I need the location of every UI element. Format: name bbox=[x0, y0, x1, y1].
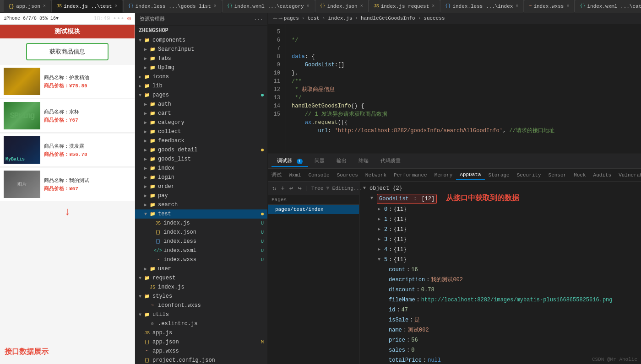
more-icon[interactable]: ••• bbox=[113, 15, 124, 22]
sidebar-item-indexless[interactable]: {} index.less U bbox=[135, 237, 267, 246]
tab-index-js-test[interactable]: JS index.js ..\test × bbox=[52, 0, 123, 13]
inner-tab-appdata[interactable]: AppData bbox=[456, 170, 484, 180]
sidebar-item-cart[interactable]: ▶ 📁 cart bbox=[135, 109, 267, 118]
inner-tab-vulnerability[interactable]: Vulnerability bbox=[615, 171, 641, 180]
inner-tab-network[interactable]: Network bbox=[362, 171, 390, 180]
tab-close-icon[interactable]: × bbox=[43, 4, 46, 9]
forward-icon[interactable]: → bbox=[278, 15, 282, 22]
inner-tab-memory[interactable]: Memory bbox=[431, 171, 456, 180]
folder-icon: 📁 bbox=[149, 46, 156, 53]
tab-output[interactable]: 输出 bbox=[331, 155, 352, 167]
expand-icon[interactable]: ▶ bbox=[378, 215, 384, 224]
expand-arrow: ▼ bbox=[137, 93, 143, 98]
sim-header: iPhone 6/7/8 85% 16▼ 18:49 ••• ⊙ bbox=[0, 13, 135, 25]
sidebar-item-user[interactable]: ▶ 📁 user bbox=[135, 264, 267, 273]
tab-index-wxml-category[interactable]: {} index.wxml ...\category × bbox=[223, 0, 315, 13]
inner-tab-storage[interactable]: Storage bbox=[485, 171, 513, 180]
sidebar-item-pay[interactable]: ▶ 📁 pay bbox=[135, 191, 267, 200]
sidebar-item-request-indexjs[interactable]: JS index.js bbox=[135, 283, 267, 292]
sidebar-item-appjson[interactable]: {} app.json M bbox=[135, 337, 267, 347]
tree-toggle[interactable]: Tree bbox=[311, 186, 323, 191]
sidebar-item-goods-detail[interactable]: ▶ 📁 goods_detail bbox=[135, 145, 267, 155]
tab-index-less-index[interactable]: {} index.less ...\index × bbox=[440, 0, 523, 13]
expand-icon[interactable]: ▶ bbox=[378, 235, 384, 244]
inner-tab-sensor[interactable]: Sensor bbox=[545, 171, 570, 180]
tab-close-icon[interactable]: × bbox=[360, 4, 363, 9]
tab-close-icon[interactable]: × bbox=[115, 4, 118, 9]
js-file-icon2: JS bbox=[374, 4, 379, 9]
refresh-btn[interactable]: ↻ bbox=[272, 183, 277, 193]
get-goods-btn[interactable]: 获取商品信息 bbox=[26, 43, 109, 60]
expand-icon[interactable]: ▼ bbox=[370, 194, 377, 203]
tab-code-quality[interactable]: 代码质量 bbox=[375, 155, 406, 167]
inner-tab-mock[interactable]: Mock bbox=[570, 171, 589, 180]
tab-close-icon[interactable]: × bbox=[516, 4, 518, 9]
undo-btn[interactable]: ↩ bbox=[288, 183, 294, 193]
sidebar-item-request[interactable]: ▼ 📁 request bbox=[135, 273, 267, 283]
inner-tab-audits[interactable]: Audits bbox=[590, 171, 615, 180]
folder-icon: 📁 bbox=[149, 183, 156, 190]
inner-tab-sources[interactable]: Sources bbox=[333, 171, 362, 180]
sidebar-item-collect[interactable]: ▶ 📁 collect bbox=[135, 127, 267, 136]
sidebar-item-indexjs[interactable]: JS index.js U bbox=[135, 219, 267, 228]
inner-tab-wxml[interactable]: Wxml bbox=[285, 171, 304, 180]
modified-dot bbox=[261, 94, 264, 96]
sidebar-item-tabs[interactable]: ▶ 📁 Tabs bbox=[135, 54, 267, 63]
expand-icon[interactable]: ▼ bbox=[363, 184, 369, 193]
inner-tab-debug[interactable]: 调试 bbox=[268, 170, 285, 180]
sidebar-item-category[interactable]: ▶ 📁 category bbox=[135, 118, 267, 127]
expand-icon[interactable]: ▶ bbox=[378, 205, 384, 214]
tab-debugger[interactable]: 调试器 1 bbox=[272, 155, 308, 167]
tab-close-icon[interactable]: × bbox=[432, 4, 435, 9]
tab-app-json[interactable]: {} app.json × bbox=[4, 0, 51, 13]
sidebar-item-pages[interactable]: ▼ 📁 pages bbox=[135, 91, 267, 100]
sidebar-more-icon[interactable]: ··· bbox=[254, 16, 263, 22]
tab-index-wxss[interactable]: ~ index.wxss × bbox=[524, 0, 574, 13]
add-btn[interactable]: + bbox=[280, 184, 285, 193]
tab-close-icon[interactable]: × bbox=[307, 4, 310, 9]
sidebar-item-feedback[interactable]: ▶ 📁 feedback bbox=[135, 136, 267, 145]
sidebar-item-index[interactable]: ▶ 📁 index bbox=[135, 164, 267, 173]
tab-index-js-request[interactable]: JS index.js request × bbox=[369, 0, 440, 13]
sidebar-item-login[interactable]: ▶ 📁 login bbox=[135, 173, 267, 182]
sidebar-item-test[interactable]: ▼ 📁 test bbox=[135, 209, 267, 219]
sidebar-item-iconfont[interactable]: ~ iconfont.wxss bbox=[135, 301, 267, 310]
sidebar-item-indexjson[interactable]: {} index.json U bbox=[135, 228, 267, 237]
sidebar-item-styles[interactable]: ▼ 📁 styles bbox=[135, 292, 267, 301]
sidebar-item-lib[interactable]: ▶ 📁 lib bbox=[135, 81, 267, 91]
filename-url[interactable]: http://localhost:8282/images/mybatis-plu… bbox=[421, 295, 613, 305]
sidebar-item-appwxss[interactable]: ~ app.wxss bbox=[135, 347, 267, 356]
tab-index-json[interactable]: {} index.json × bbox=[315, 0, 368, 13]
tab-problems[interactable]: 问题 bbox=[309, 155, 330, 167]
sidebar-item-upimg[interactable]: ▶ 📁 UpImg bbox=[135, 63, 267, 72]
sidebar-item-goods-list[interactable]: ▶ 📁 goods_list bbox=[135, 155, 267, 164]
code-editor-area: ← → pages › test › index.js › handleGetG… bbox=[268, 13, 641, 364]
tab-index-wxml2[interactable]: {} index.wxml ...\category × bbox=[575, 0, 641, 13]
sidebar-item-utils[interactable]: ▼ 📁 utils bbox=[135, 310, 267, 319]
sidebar-item-auth[interactable]: ▶ 📁 auth bbox=[135, 100, 267, 109]
sidebar-item-searchinput[interactable]: ▶ 📁 SearchInput bbox=[135, 45, 267, 54]
sidebar-item-projectconfig[interactable]: {} project.config.json bbox=[135, 356, 267, 364]
pages-item-test[interactable]: pages/test/index bbox=[268, 205, 359, 214]
expand-icon[interactable]: ▼ bbox=[378, 255, 384, 264]
sidebar-item-icons[interactable]: ▶ 📁 icons bbox=[135, 72, 267, 81]
tab-close-icon[interactable]: × bbox=[214, 4, 217, 9]
sidebar-item-order[interactable]: ▶ 📁 order bbox=[135, 182, 267, 191]
expand-icon[interactable]: ▶ bbox=[378, 245, 384, 254]
sidebar-item-indexwxml[interactable]: </> index.wxml U bbox=[135, 246, 267, 255]
tab-terminal[interactable]: 终端 bbox=[353, 155, 374, 167]
sidebar-item-components[interactable]: ▼ 📁 components bbox=[135, 36, 267, 45]
target-icon[interactable]: ⊙ bbox=[127, 15, 131, 22]
inner-tab-performance[interactable]: Performance bbox=[390, 171, 431, 180]
sidebar-item-indexwxss[interactable]: ~ index.wxss U bbox=[135, 255, 267, 264]
tab-index-less[interactable]: {} index.less ...\goods_list × bbox=[124, 0, 222, 13]
redo-btn[interactable]: ↪ bbox=[297, 183, 302, 193]
sidebar-item-search[interactable]: ▶ 📁 search bbox=[135, 200, 267, 209]
inner-tab-security[interactable]: Security bbox=[513, 171, 545, 180]
inner-tab-console[interactable]: Console bbox=[304, 171, 333, 180]
back-icon[interactable]: ← bbox=[273, 15, 277, 22]
sidebar-item-eslintrc[interactable]: ⚙ .eslintrc.js bbox=[135, 319, 267, 328]
expand-icon[interactable]: ▶ bbox=[378, 225, 384, 234]
sidebar-item-appjs[interactable]: JS app.js bbox=[135, 328, 267, 337]
tab-close-icon[interactable]: × bbox=[566, 4, 569, 9]
